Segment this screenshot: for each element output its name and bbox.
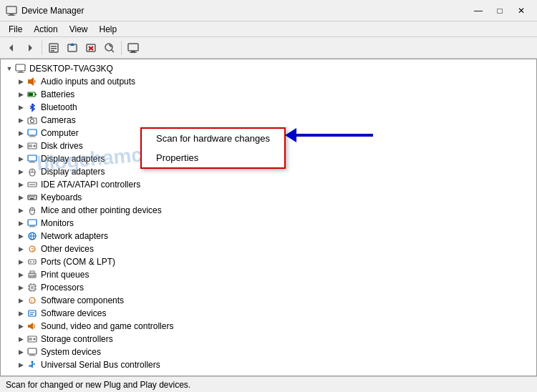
- monitor-icon: [26, 217, 38, 229]
- display-icon: [26, 153, 38, 165]
- svg-rect-0: [6, 6, 16, 14]
- svg-rect-46: [32, 197, 33, 198]
- tree-view[interactable]: ▼ DESKTOP-TVAG3KQ ▶ Audio inputs and: [1, 59, 536, 376]
- tree-item-cameras[interactable]: ▶ Cameras: [1, 114, 536, 127]
- audio-label: Audio inputs and outputs: [41, 77, 135, 87]
- tree-item-sound[interactable]: ▶ Sound, video and game controllers: [1, 320, 536, 333]
- status-text: Scan for changed or new Plug and Play de…: [6, 380, 190, 390]
- svg-rect-68: [31, 286, 34, 289]
- tree-item-sw-devices[interactable]: ▶ Software devices: [1, 307, 536, 320]
- tree-item-monitors[interactable]: ▶ Monitors: [1, 217, 536, 230]
- svg-rect-29: [30, 117, 32, 118]
- svg-rect-65: [30, 275, 34, 277]
- window-controls: — □ ✕: [468, 4, 531, 18]
- update-driver-button[interactable]: [64, 39, 81, 57]
- print-label: Print queues: [41, 270, 89, 280]
- batteries-label: Batteries: [41, 89, 74, 99]
- svg-point-96: [34, 364, 34, 365]
- minimize-button[interactable]: —: [468, 4, 488, 18]
- tree-item-system[interactable]: ▶ System devices: [1, 346, 536, 358]
- tree-item-processors[interactable]: ▶ Processors: [1, 281, 536, 294]
- svg-point-90: [32, 361, 34, 363]
- battery-icon: [26, 89, 38, 100]
- cameras-label: Cameras: [41, 115, 76, 125]
- maximize-button[interactable]: □: [490, 4, 510, 18]
- properties-button[interactable]: [45, 39, 62, 57]
- svg-rect-47: [34, 197, 35, 198]
- svg-point-61: [30, 261, 32, 263]
- svg-rect-48: [30, 198, 34, 200]
- camera-icon: [26, 114, 38, 126]
- sw-devices-expand-icon: ▶: [15, 308, 26, 319]
- tree-item-bluetooth[interactable]: ▶ Bluetooth: [1, 101, 536, 114]
- bluetooth-icon: [26, 102, 38, 113]
- svg-rect-88: [30, 354, 34, 356]
- ports-expand-icon: ▶: [15, 256, 26, 268]
- sound-icon: [26, 320, 38, 332]
- tree-item-print[interactable]: ▶ Print queues: [1, 268, 536, 281]
- back-button[interactable]: [3, 39, 20, 57]
- computer-button[interactable]: [125, 39, 142, 57]
- menu-file[interactable]: File: [3, 23, 28, 36]
- hid-label: Display adapters: [41, 167, 105, 177]
- other-icon: ?: [26, 243, 38, 255]
- svg-rect-38: [29, 162, 36, 163]
- tree-item-usb[interactable]: ▶ Universal Serial Bus controllers: [1, 358, 536, 371]
- svg-rect-30: [28, 129, 37, 135]
- tree-item-sw-components[interactable]: ▶ ! Software components: [1, 294, 536, 307]
- tree-root[interactable]: ▼ DESKTOP-TVAG3KQ: [1, 62, 536, 75]
- close-button[interactable]: ✕: [511, 4, 531, 18]
- svg-rect-87: [28, 348, 37, 354]
- svg-line-15: [112, 49, 115, 52]
- root-label: DESKTOP-TVAG3KQ: [29, 64, 113, 74]
- tree-item-storage[interactable]: ▶ Storage controllers: [1, 333, 536, 346]
- arrow-indicator: [287, 134, 380, 137]
- bluetooth-label: Bluetooth: [41, 102, 77, 112]
- arrow-line: [287, 134, 373, 137]
- tree-item-batteries[interactable]: ▶ Batteries: [1, 88, 536, 101]
- svg-rect-8: [51, 50, 54, 52]
- menu-view[interactable]: View: [64, 23, 94, 36]
- svg-rect-36: [28, 155, 37, 161]
- tree-item-ports[interactable]: ▶ Ports (COM & LPT): [1, 255, 536, 268]
- menu-action[interactable]: Action: [28, 23, 63, 36]
- svg-rect-64: [30, 271, 34, 273]
- root-computer-icon: [15, 63, 26, 74]
- tree-item-network[interactable]: ▶ Network adapters: [1, 230, 536, 242]
- svg-rect-17: [131, 51, 135, 52]
- menu-help[interactable]: Help: [94, 23, 123, 36]
- svg-point-34: [34, 145, 36, 147]
- tree-item-audio[interactable]: ▶ Audio inputs and outputs: [1, 75, 536, 88]
- disk-label: Disk drives: [41, 141, 83, 151]
- svg-rect-22: [28, 79, 31, 84]
- svg-rect-21: [17, 72, 24, 73]
- other-label: Other devices: [41, 244, 94, 254]
- tree-item-other[interactable]: ▶ ? Other devices: [1, 242, 536, 255]
- tree-item-mice[interactable]: ▶ Mice and other pointing devices: [1, 204, 536, 217]
- forward-button[interactable]: [21, 39, 39, 57]
- usb-icon: [26, 359, 38, 371]
- uninstall-button[interactable]: [82, 39, 100, 57]
- arrow-head: [285, 128, 296, 142]
- svg-rect-60: [29, 260, 36, 264]
- toolbar: [0, 37, 537, 59]
- svg-rect-26: [29, 93, 33, 96]
- context-menu-scan[interactable]: Scan for hardware changes: [142, 129, 284, 148]
- ide-expand-icon: ▶: [15, 179, 26, 190]
- display-label: Display adapters: [41, 154, 105, 164]
- tree-item-keyboards[interactable]: ▶ Keyboards: [1, 191, 536, 204]
- sound-label: Sound, video and game controllers: [41, 321, 173, 331]
- system-label: System devices: [41, 347, 101, 357]
- other-expand-icon: ▶: [15, 243, 26, 255]
- usb-label: Universal Serial Bus controllers: [41, 360, 160, 370]
- tree-item-ide[interactable]: ▶ IDE ATA/ATAPI controllers: [1, 178, 536, 191]
- svg-rect-89: [29, 356, 36, 356]
- bluetooth-expand-icon: ▶: [15, 102, 26, 113]
- sw-components-label: Software components: [41, 295, 124, 305]
- context-menu-properties[interactable]: Properties: [142, 148, 284, 167]
- computer-label: Computer: [41, 128, 79, 138]
- scan-button[interactable]: [101, 39, 118, 57]
- network-expand-icon: ▶: [15, 230, 26, 242]
- svg-text:?: ?: [31, 247, 34, 253]
- ports-icon: [26, 256, 38, 268]
